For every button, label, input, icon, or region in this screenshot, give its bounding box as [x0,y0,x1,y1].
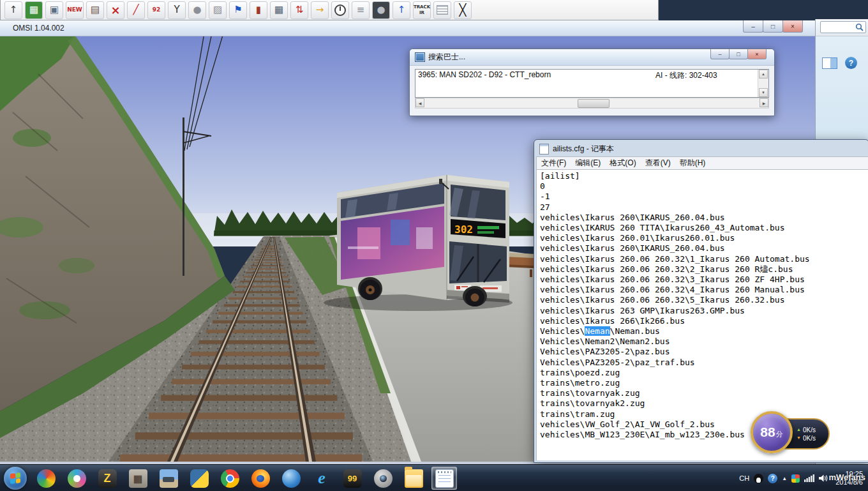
taskbar-app-99[interactable]: 99 [340,467,365,490]
taskbar-file-explorer[interactable] [401,467,426,490]
height-92-icon[interactable]: 92 [147,1,165,19]
notepad-line: trains\metro.zug [540,378,868,388]
taskbar-omsi-depot[interactable]: ▦ [125,467,151,490]
omsi-depot-icon: ▦ [129,469,147,488]
pan-arrow-icon[interactable]: ↑ [4,1,22,19]
omsi-window-title: OMSI 1.04.002 [13,24,64,33]
language-indicator[interactable]: CH [739,474,749,482]
taskbar-python[interactable] [186,467,212,490]
preview-pane-icon[interactable] [822,57,837,69]
time: 19:25 [835,470,863,478]
scroll-up-icon[interactable]: ▲ [759,70,768,79]
internet-explorer-icon: e [313,469,331,488]
tray-expand-icon[interactable]: ▲ [782,476,787,481]
vertical-scrollbar[interactable]: ▲ ▼ [758,70,768,97]
horizontal-scrollbar[interactable]: ◀ ▶ [415,98,769,109]
scrollbar-thumb[interactable] [578,99,610,108]
cam-editor-icon[interactable] [433,1,451,19]
maximize-button[interactable]: □ [763,20,783,33]
notepad-line: vehicles\Ikarus 266\Ik266.bus [540,316,868,326]
menu-edit[interactable]: 编辑(E) [571,156,605,170]
bus-list[interactable]: 3965: MAN SD202 - D92 - CTT_rebornAI - 线… [415,69,769,98]
search-dialog-titlebar[interactable]: 搜索巴士... – □ × [410,49,774,66]
taskbar-browser-world[interactable] [64,467,89,490]
menu-view[interactable]: 查看(V) [641,156,675,170]
maximize-button[interactable]: □ [729,49,748,59]
notepad-titlebar[interactable]: ailists.cfg - 记事本 [536,141,868,156]
network-icon[interactable] [804,474,814,482]
minimize-button[interactable]: – [710,49,730,59]
sign-icon[interactable]: ● [372,1,390,19]
tram-icon[interactable]: ▤ [86,1,104,19]
notepad-line: Vehicles\Neman\Neman.bus [540,326,868,336]
menu-file[interactable]: 文件(F) [537,156,571,170]
clock[interactable]: 19:25 2014/8/6 [835,470,863,487]
clock-icon[interactable] [331,1,349,19]
notepad-line: trains\poezd.zug [540,368,868,378]
scroll-left-icon[interactable]: ◀ [415,98,424,107]
chrome-icon [221,469,239,488]
search-box[interactable] [820,21,866,33]
trackir-icon[interactable]: TRACK IR [413,1,431,19]
object-icon[interactable]: ● [188,1,206,19]
spline-pen-icon[interactable]: ╱ [127,1,145,19]
taskbar-notepad[interactable] [431,467,457,490]
notepad-line: [ailist] [540,171,868,181]
down-arrow-icon: ▼ [797,435,801,441]
taskbar-chrome[interactable] [217,467,243,490]
volume-icon[interactable] [819,474,828,482]
menu-help[interactable]: 帮助(H) [675,156,710,170]
taskbar-camera-app[interactable] [370,467,396,490]
signal-icon[interactable]: ⇅ [290,1,308,19]
scroll-right-icon[interactable]: ▶ [760,98,768,107]
score-ball[interactable]: 88 分 [751,411,793,453]
help-button[interactable]: ? [845,57,857,69]
junction-icon[interactable]: Y [168,1,186,19]
pinwheel-tray-icon[interactable] [791,474,800,483]
bus-stop-app-icon [160,469,178,488]
omsi-editor-toolbar: ↑▦▣NEW▤×╱92Y●▨⚑▮▦⇅→≡●↑TRACK IR╳ [0,0,659,20]
close-button[interactable]: × [782,20,803,33]
cube-icon[interactable]: ▨ [209,1,227,19]
taskbar-internet-explorer[interactable]: e [309,467,334,490]
background-window-toolbar [816,19,868,36]
notepad-line: -1 [540,192,868,202]
delete-track-icon[interactable]: × [107,1,124,19]
notepad-icon [539,144,549,155]
taskbar-firefox[interactable] [248,467,273,490]
elevation-icon[interactable]: ↑ [393,1,410,19]
search-dialog-controls: – □ × [711,49,767,59]
search-bus-dialog[interactable]: 搜索巴士... – □ × 3965: MAN SD202 - D92 - CT… [409,49,775,116]
start-button[interactable] [4,467,27,490]
menu-format[interactable]: 格式(O) [605,156,640,170]
minimize-button[interactable]: – [743,20,763,33]
timetable-icon[interactable]: ▦ [270,1,288,19]
z-app-icon: Z [98,469,117,488]
fence-icon[interactable]: ≡ [352,1,370,19]
new-map-icon[interactable]: NEW [66,1,84,19]
taskbar-bus-stop-app[interactable] [156,467,181,490]
bus-list-item[interactable]: 3965: MAN SD202 - D92 - CTT_rebornAI - 线… [415,70,768,82]
notepad-line: vehicles\Ikarus 260\IKARUS_260.04.bus [540,213,868,223]
save-icon[interactable]: ▣ [45,1,63,19]
scroll-down-icon[interactable]: ▼ [759,88,768,97]
taskbar-blue-sphere-app[interactable] [278,467,304,490]
help-tray-icon[interactable]: ? [768,474,777,483]
speed-ball-widget[interactable]: ▲ 0K/s ▼ 0K/s 88 分 [751,411,832,457]
crossing-icon[interactable]: → [311,1,329,19]
omsi-window-controls: – □ × [744,20,803,33]
terrain-icon[interactable]: ▦ [25,1,43,19]
taskbar-browser-360[interactable] [33,467,59,490]
busstop-icon[interactable]: ▮ [250,1,267,19]
browser-world-icon [68,469,86,488]
notepad-line: trains\tovarnyak.zug [540,388,868,398]
taskbar-z-app[interactable]: Z [94,467,120,490]
exit-icon[interactable]: ╳ [454,1,472,19]
omsi-window-titlebar[interactable]: OMSI 1.04.002 – □ × [0,20,815,36]
qq-icon[interactable] [754,474,763,483]
close-button[interactable]: × [747,49,767,59]
flag-icon[interactable]: ⚑ [229,1,247,19]
browser-360-icon [37,469,56,488]
up-arrow-icon: ▲ [797,427,801,432]
notepad-line: vehicles\Ikarus 260.06 260.32\2_Ikarus 2… [540,264,868,275]
